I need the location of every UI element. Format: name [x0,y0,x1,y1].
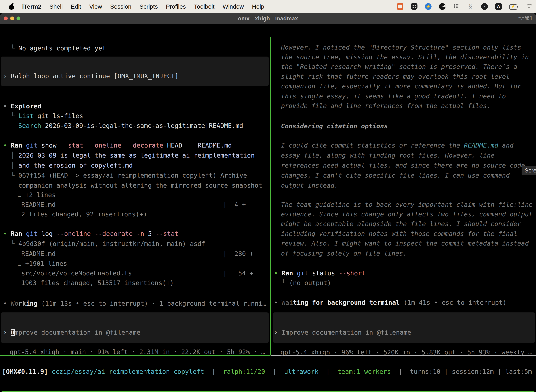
right-paragraph-1-line-5: companion file, especially if more comme… [281,81,521,91]
ran-git-status-command-text: • [274,270,282,277]
menu-status-icons: §..61A [397,3,536,10]
menu-item-scripts[interactable]: Scripts [139,3,158,10]
right-paragraph-3-line-6: of focusing solely on file lines. [281,248,407,258]
left-prompt-line[interactable]: › Improve documentation in @filename [3,327,140,337]
menu-item-toolbelt[interactable]: Toolbelt [194,3,215,10]
git-show-output-1-text: 067f154 (HEAD -> essay/ai-reimplementati… [18,172,247,179]
left-prompt-line-text: mprove documentation in @filename [14,329,140,336]
ran-git-show-command-text: show [41,142,60,149]
explored-list-line-text: git ls-files [34,112,83,119]
git-log-output-2-text: … +1901 lines [18,260,67,267]
window-shortcut-badge: ⌥⌘1 [518,13,533,24]
ran-git-log-command-text: --stat [156,230,178,237]
explored-search-line: Search 2026-03-09-is-legal-the-same-as-l… [18,121,243,131]
ran-git-log-command-text: Ran [11,230,26,237]
pane-divider [270,37,271,355]
right-paragraph-2-line-2: essay file, along with finding root file… [281,150,494,160]
window-title-bar[interactable]: omx --xhigh --madmax ⌥⌘1 [0,13,536,24]
menu-item-window[interactable]: Window [223,3,244,10]
right-paragraph-3-line-6-text: of focusing solely on file lines. [281,250,407,257]
menu-item-profiles[interactable]: Profiles [166,3,186,10]
bolt-badge-icon[interactable] [425,3,431,10]
ran-git-show-command-text: README.md [197,142,232,149]
battery-icon[interactable] [509,3,518,10]
right-prompt-line[interactable]: › Improve documentation in @filename [274,327,411,337]
git-log-output-1: └ 4b9d30f (origin/main, instructkr/main,… [11,239,205,249]
keyboard-layout-icon[interactable]: A [495,3,502,10]
time-left-badge-icon[interactable]: ..61 [481,3,488,10]
git-log-output-1-text: └ [11,240,18,247]
left-session-stats: gpt-5.4 xhigh · main · 91% left · 2.31M … [10,347,265,357]
right-prompt-line-text: Improve documentation in @filename [282,329,411,336]
omx-status-bar-text: | [204,368,223,375]
right-paragraph-2-line-3-text: references need actual files, and since … [281,162,525,169]
squiggle-icon[interactable]: § [467,3,474,10]
git-log-stat-count-2-text: | 54 + [223,270,254,277]
screen-tooltip: Scre [522,166,536,175]
right-paragraph-1-line-3: the "Related research writing" section i… [281,62,517,72]
agents-status-line-text: └ [11,45,18,52]
git-log-output-2: … +1901 lines [18,258,67,269]
explored-list-line-text: └ [11,112,18,119]
git-log-stat-summary-text: 1903 files changed, 513517 insertions(+) [21,279,174,286]
menu-item-session[interactable]: Session [110,3,131,10]
right-paragraph-3-line-5-text: review. Also, I might want to inspect th… [281,240,529,247]
git-log-stat-file-1: README.md [21,249,56,259]
git-show-output-1-text: └ [11,172,18,179]
git-show-filename-1-text: │ [11,152,18,159]
omx-status-bar-text: cczip/essay/ai-reimplementation-copyleft [52,368,204,375]
git-show-output-3-text: … +2 lines [18,191,56,198]
right-paragraph-2-line-5: output instead. [281,180,338,190]
git-log-stat-file-2-text: src/voice/voiceModeEnabled.ts [21,270,132,277]
ran-git-show-command-text: Ran [11,142,26,149]
right-paragraph-1-line-5-text: companion file, especially if more comme… [281,83,521,90]
terminal-content: └ No agents completed yet› Ralph loop ac… [0,24,536,392]
right-waiting-status-text: • [274,299,282,306]
git-log-stat-file-2: src/voice/voiceModeEnabled.ts [21,268,132,278]
wifi-icon[interactable] [526,3,532,10]
ran-git-log-command-text: • [3,230,11,237]
explored-heading: • Explored [3,101,41,111]
right-session-stats-text: gpt-5.4 xhigh · 96% left · 520K in · 5.8… [281,349,532,356]
git-log-stat-summary: 1903 files changed, 513517 insertions(+) [21,278,174,288]
git-show-output-2: companion analysis without altering the … [18,180,262,190]
dots-grid-icon[interactable] [453,3,460,10]
git-log-output-1-text: 4b9d30f (origin/main, instructkr/main, m… [18,240,205,247]
git-show-stat-file-text: README.md [21,201,56,208]
chat-app-icon[interactable] [397,3,403,10]
git-show-stat-count: | 4 + [223,200,246,210]
menu-item-edit[interactable]: Edit [71,3,81,10]
left-working-status-text: • [3,300,11,307]
menu-item-iterm2[interactable]: iTerm2 [22,3,41,10]
git-log-stat-count-2: | 54 + [223,268,254,278]
git-show-filename-1-text: 2026-03-09-is-legal-the-same-as-legitima… [18,152,258,159]
right-paragraph-1-line-2-text: the source tree, missing the essay. Stil… [281,53,529,61]
ran-git-status-command-text: git [297,270,312,277]
right-paragraph-1-line-6-text: this single essay, it seems like a good … [281,93,506,100]
ran-git-log-command-text: 5 [148,230,156,237]
menu-item-help[interactable]: Help [252,3,264,10]
ran-git-show-command: • Ran git show --stat --oneline --decora… [3,140,232,150]
shield-app-icon[interactable] [411,3,417,10]
git-show-filename-1: │ 2026-03-09-is-legal-the-same-as-legiti… [11,150,258,160]
ralph-loop-line-text: Ralph loop active continue [OMX_TMUX_INJ… [11,72,178,79]
omx-status-bar-text: | [391,368,410,375]
omx-status-bar-text: team:1 workers [337,368,391,375]
right-paragraph-2-line-1: I could cite commit statistics or refere… [281,140,513,150]
apple-menu-icon[interactable] [9,3,14,10]
ran-git-log-command-text: -n [137,230,148,237]
menu-item-shell[interactable]: Shell [49,3,63,10]
agents-status-line: └ No agents completed yet [11,43,106,53]
macos-menu-bar: iTerm2ShellEditViewSessionScriptsProfile… [0,0,536,13]
right-waiting-status-text: (1m 41s • esc to interrupt) [400,299,507,306]
ralph-loop-line[interactable]: › Ralph loop active continue [OMX_TMUX_I… [3,71,178,81]
git-show-stat-summary: 2 files changed, 92 insertions(+) [21,209,147,219]
left-working-status: • Working (11m 13s • esc to interrupt) ·… [3,299,266,308]
pie-app-icon[interactable] [439,3,446,10]
menu-item-view[interactable]: View [89,3,102,10]
git-log-stat-count-1: | 280 + [223,249,254,259]
iterm2-window: omx --xhigh --madmax ⌥⌘1 └ No agents com… [0,13,536,392]
right-paragraph-3-line-4-text: including verification notes with those … [281,230,517,237]
ran-git-log-command-text: log [41,230,57,237]
left-working-status-text: ing [26,300,38,307]
